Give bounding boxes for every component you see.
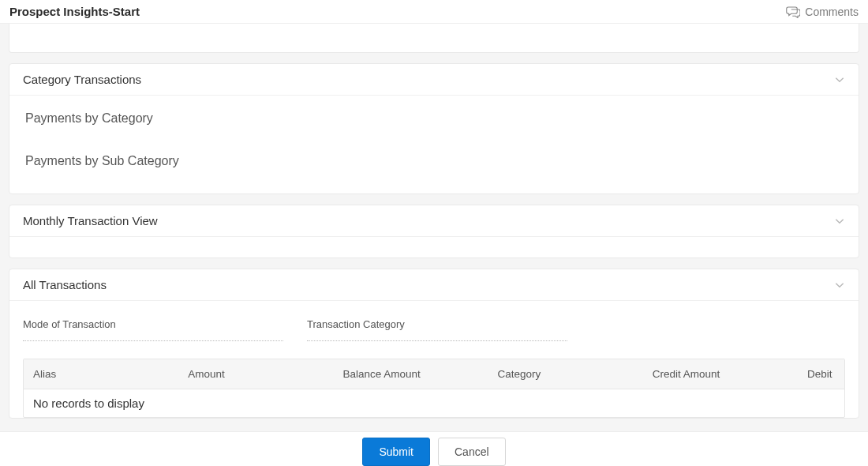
cancel-button[interactable]: Cancel (438, 438, 506, 466)
footer-actions: Submit Cancel (0, 431, 868, 466)
comments-link[interactable]: Comments (786, 6, 859, 18)
filter-label-mode: Mode of Transaction (23, 318, 283, 330)
column-header-balance[interactable]: Balance Amount (333, 368, 488, 380)
column-header-debit[interactable]: Debit (798, 368, 844, 380)
filter-input-mode[interactable] (23, 333, 283, 341)
column-header-category[interactable]: Category (488, 368, 643, 380)
link-payments-by-category[interactable]: Payments by Category (25, 111, 843, 126)
filter-transaction-category: Transaction Category (307, 318, 567, 341)
chevron-down-icon (834, 74, 845, 85)
panel-monthly-transaction-view: Monthly Transaction View (9, 205, 859, 258)
panel-title-category-transactions: Category Transactions (23, 73, 141, 86)
top-bar: Prospect Insights-Start Comments (0, 0, 868, 24)
filters-row: Mode of Transaction Transaction Category (9, 301, 859, 355)
column-header-credit[interactable]: Credit Amount (643, 368, 798, 380)
chevron-down-icon (834, 216, 845, 227)
panel-header-monthly-view[interactable]: Monthly Transaction View (9, 205, 859, 237)
table-header-row: Alias Amount Balance Amount Category Cre… (24, 359, 844, 389)
panel-body-category-transactions: Payments by Category Payments by Sub Cat… (9, 96, 859, 194)
no-records-message: No records to display (24, 389, 844, 417)
link-payments-by-sub-category[interactable]: Payments by Sub Category (25, 154, 843, 168)
transactions-table: Alias Amount Balance Amount Category Cre… (23, 359, 845, 418)
comments-label: Comments (805, 6, 859, 18)
panel-category-transactions: Category Transactions Payments by Catego… (9, 63, 859, 194)
panel-body-monthly-empty (9, 237, 859, 257)
filter-label-category: Transaction Category (307, 318, 567, 330)
column-header-amount[interactable]: Amount (178, 368, 333, 380)
content-area: Category Transactions Payments by Catego… (0, 24, 868, 431)
previous-panel-tail (9, 24, 859, 53)
filter-input-category[interactable] (307, 333, 567, 341)
column-header-alias[interactable]: Alias (24, 368, 178, 380)
panel-all-transactions: All Transactions Mode of Transaction Tra… (9, 269, 859, 419)
comments-icon (786, 6, 800, 18)
chevron-down-icon (834, 280, 845, 291)
filter-mode-of-transaction: Mode of Transaction (23, 318, 283, 341)
panel-title-all-transactions: All Transactions (23, 278, 107, 291)
panel-header-all-transactions[interactable]: All Transactions (9, 269, 859, 301)
panel-title-monthly-view: Monthly Transaction View (23, 214, 158, 227)
submit-button[interactable]: Submit (362, 438, 430, 466)
panel-header-category-transactions[interactable]: Category Transactions (9, 64, 859, 96)
page-title: Prospect Insights-Start (9, 5, 140, 18)
